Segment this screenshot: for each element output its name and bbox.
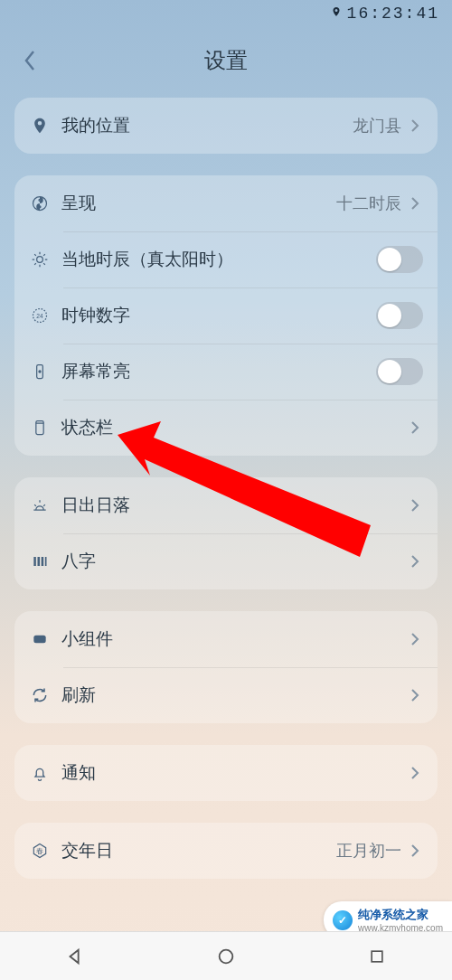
row-presentation[interactable]: 呈现 十二时辰 — [14, 175, 438, 231]
row-label: 日出日落 — [61, 494, 407, 517]
toggle-local-hour[interactable] — [376, 246, 423, 273]
group-time: 日出日落 八字 — [14, 477, 438, 589]
nav-back-button[interactable] — [57, 938, 93, 975]
row-bazi[interactable]: 八字 — [14, 533, 438, 589]
row-label: 我的位置 — [61, 114, 353, 137]
row-my-location[interactable]: 我的位置 龙门县 — [14, 98, 438, 154]
yinyang-icon — [29, 193, 51, 214]
page-header: 设置 — [0, 27, 452, 98]
row-label: 八字 — [61, 550, 407, 573]
row-value: 十二时辰 — [336, 193, 401, 214]
statusbar-icon — [29, 417, 51, 438]
system-nav-bar — [0, 931, 452, 980]
status-time: 16:23:41 — [347, 5, 439, 23]
row-label: 状态栏 — [61, 416, 407, 439]
sun-icon — [29, 249, 51, 270]
bell-icon — [29, 762, 51, 784]
chevron-right-icon — [407, 118, 423, 134]
row-label: 时钟数字 — [61, 304, 376, 327]
row-label: 交年日 — [61, 839, 336, 862]
watermark-title: 纯净系统之家 — [358, 907, 443, 923]
page-title: 设置 — [0, 46, 452, 75]
clock-24-icon: 24 — [29, 305, 51, 326]
row-value: 正月初一 — [336, 840, 401, 862]
device-status-bar: 16:23:41 — [0, 0, 452, 27]
svg-marker-28 — [71, 949, 79, 963]
chevron-right-icon — [407, 843, 423, 859]
row-label: 通知 — [61, 761, 407, 785]
row-notification[interactable]: 通知 — [14, 745, 438, 801]
row-refresh[interactable]: 刷新 — [14, 667, 438, 723]
chevron-right-icon — [407, 553, 423, 570]
svg-rect-22 — [38, 557, 41, 566]
svg-point-2 — [39, 206, 41, 208]
svg-line-11 — [43, 254, 45, 256]
nav-recent-button[interactable] — [359, 938, 395, 975]
svg-rect-24 — [45, 557, 47, 566]
spring-icon: 春 — [29, 840, 51, 862]
row-clock-digits: 24 时钟数字 — [14, 287, 438, 344]
row-screen-on: 屏幕常亮 — [14, 344, 438, 400]
svg-line-10 — [34, 263, 36, 265]
toggle-screen-on[interactable] — [376, 358, 423, 385]
chevron-right-icon — [407, 687, 423, 703]
row-label: 当地时辰（真太阳时） — [61, 248, 376, 271]
widget-icon — [29, 628, 51, 650]
svg-text:24: 24 — [36, 313, 43, 319]
svg-rect-30 — [372, 951, 382, 962]
row-label: 屏幕常亮 — [61, 360, 376, 383]
location-pin-icon — [29, 115, 51, 137]
svg-line-19 — [34, 504, 36, 506]
location-active-icon — [331, 6, 342, 21]
sunrise-icon — [29, 495, 51, 516]
svg-point-29 — [220, 949, 233, 963]
row-value: 龙门县 — [353, 115, 401, 137]
svg-line-9 — [43, 263, 45, 265]
row-label: 小组件 — [61, 627, 407, 651]
group-widget: 小组件 刷新 — [14, 611, 438, 723]
row-status-bar[interactable]: 状态栏 — [14, 400, 438, 456]
svg-point-15 — [38, 370, 41, 372]
nav-home-button[interactable] — [208, 938, 244, 975]
row-year-day[interactable]: 春 交年日 正月初一 — [14, 823, 438, 879]
svg-text:春: 春 — [36, 847, 43, 855]
svg-line-20 — [43, 504, 45, 506]
row-sunrise-sunset[interactable]: 日出日落 — [14, 477, 438, 533]
chevron-right-icon — [407, 631, 423, 647]
row-label: 刷新 — [61, 683, 407, 707]
group-notify: 通知 — [14, 745, 438, 801]
row-widget[interactable]: 小组件 — [14, 611, 438, 667]
watermark-logo-icon: ✓ — [333, 910, 353, 930]
group-location: 我的位置 龙门县 — [14, 98, 438, 154]
bars-icon — [29, 551, 51, 572]
chevron-right-icon — [407, 765, 423, 781]
refresh-icon — [29, 684, 51, 706]
chevron-right-icon — [407, 419, 423, 436]
chevron-right-icon — [407, 497, 423, 514]
svg-point-1 — [39, 199, 41, 201]
svg-point-3 — [37, 257, 43, 263]
svg-line-8 — [34, 254, 36, 256]
group-year: 春 交年日 正月初一 — [14, 823, 438, 879]
svg-rect-25 — [33, 636, 45, 643]
chevron-right-icon — [407, 195, 423, 212]
row-label: 呈现 — [61, 192, 336, 215]
svg-rect-23 — [42, 557, 44, 566]
toggle-clock-digits[interactable] — [376, 302, 423, 329]
group-display: 呈现 十二时辰 当地时辰（真太阳时） 24 时钟数字 屏幕常亮 状态栏 — [14, 175, 438, 456]
row-local-hour: 当地时辰（真太阳时） — [14, 231, 438, 287]
phone-bright-icon — [29, 361, 51, 382]
svg-rect-21 — [33, 557, 36, 566]
